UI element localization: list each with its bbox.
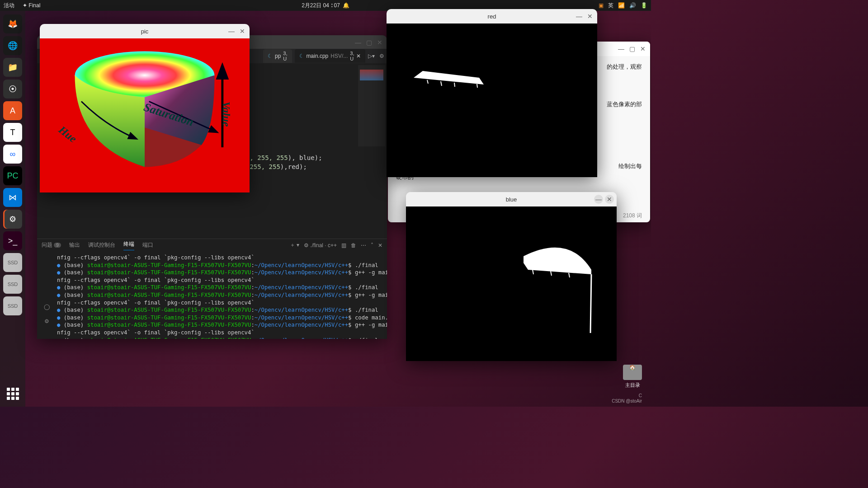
value-label: Value (220, 101, 232, 127)
blue-mask-window: blue —✕ (406, 192, 617, 361)
blue-mask-image (406, 206, 617, 361)
volume-icon[interactable]: 🔊 (629, 2, 636, 9)
minimize-icon[interactable]: — (575, 12, 584, 21)
dock-app-software[interactable]: A (3, 101, 22, 120)
chevron-up-icon[interactable]: ˄ (371, 242, 373, 249)
dock-app-files[interactable]: 📁 (3, 58, 22, 77)
split-terminal-icon[interactable]: ▥ (341, 242, 346, 249)
panel-tabs: 问题 9 输出 调试控制台 终端 端口 ＋ ▾ ⚙ ./final · c++ … (37, 239, 387, 251)
show-apps-button[interactable] (3, 384, 22, 403)
tab-pp[interactable]: ☾pp 3, U (263, 49, 292, 63)
dock-app-ssd3[interactable]: SSD (3, 296, 22, 315)
tray-icon[interactable]: ▣ (599, 2, 604, 9)
account-icon[interactable]: ◯ (44, 304, 50, 310)
kill-terminal-icon[interactable]: 🗑 (351, 242, 356, 249)
maximize-icon[interactable]: ▢ (364, 38, 373, 47)
red-mask-image (387, 23, 597, 177)
dock-app-text[interactable]: T (3, 123, 22, 142)
dock-app-edge[interactable]: 🌐 (3, 36, 22, 55)
dock-app-pycharm[interactable]: PC (3, 166, 22, 185)
run-icon[interactable]: ▷▾ (368, 53, 375, 59)
minimap[interactable] (358, 65, 385, 146)
dock-app-baidu[interactable]: ∞ (3, 145, 22, 164)
activities-button[interactable]: 活动 (4, 2, 14, 9)
terminal-task-label[interactable]: ⚙ ./final · c++ (304, 242, 337, 249)
folder-icon: 🏠 (623, 365, 642, 380)
pic-window: pic — ✕ (40, 24, 250, 192)
close-icon[interactable]: ✕ (238, 27, 247, 36)
dock-app-settings[interactable]: ⚙ (3, 210, 22, 229)
minimize-icon[interactable]: — (594, 195, 603, 204)
active-app-indicator[interactable]: ✦ Final (23, 2, 40, 9)
blue-titlebar[interactable]: blue —✕ (406, 192, 617, 206)
tab-debug-console[interactable]: 调试控制台 (88, 241, 115, 249)
close-tab-icon[interactable]: ✕ (356, 53, 361, 59)
terminal-output[interactable]: nfig --cflags opencv4` -o final `pkg-con… (37, 251, 387, 339)
minimize-icon[interactable]: — (617, 44, 626, 53)
bell-icon: 🔔 (343, 2, 349, 9)
gear-icon[interactable]: ⚙ (379, 53, 384, 59)
red-titlebar[interactable]: red —✕ (387, 9, 597, 23)
battery-icon[interactable]: 🔋 (641, 2, 647, 9)
desktop-folder-home[interactable]: 🏠 主目录 (623, 365, 642, 389)
dock-app-rhythmbox[interactable]: ⦿ (3, 80, 22, 99)
close-icon[interactable]: ✕ (375, 38, 384, 47)
window-title: red (488, 13, 496, 20)
red-mask-window: red —✕ (387, 9, 597, 177)
close-icon[interactable]: ✕ (605, 195, 614, 204)
maximize-icon[interactable]: ▢ (627, 44, 637, 53)
watermark: CCSDN @stoAir (612, 393, 642, 404)
visible-code: 0, 255, 255), blue); 255, 255),red); (246, 154, 322, 171)
dock-app-firefox[interactable]: 🦊 (3, 14, 22, 33)
tab-terminal[interactable]: 终端 (123, 240, 134, 250)
wifi-icon[interactable]: 📶 (618, 2, 625, 9)
tab-output[interactable]: 输出 (69, 241, 80, 249)
input-method[interactable]: 英 (608, 2, 613, 9)
activity-bar: ◯ ⚙ (39, 238, 54, 329)
dock-app-vscode[interactable]: ⋈ (3, 188, 22, 207)
word-count: 2108 词 (623, 212, 642, 220)
settings-icon[interactable]: ⚙ (44, 318, 49, 324)
pic-titlebar[interactable]: pic — ✕ (40, 24, 250, 38)
hsv-cylinder-diagram: Hue Saturation Value (53, 45, 236, 184)
tab-ports[interactable]: 端口 (142, 241, 153, 249)
new-terminal-icon[interactable]: ＋ ▾ (290, 241, 299, 249)
launcher-dock: 🦊🌐📁⦿AT∞PC⋈⚙>_SSDSSDSSD (0, 11, 25, 407)
minimize-icon[interactable]: — (227, 27, 236, 36)
dock-app-ssd2[interactable]: SSD (3, 275, 22, 294)
dock-app-terminal[interactable]: >_ (3, 231, 22, 250)
more-icon[interactable]: ⋯ (361, 242, 366, 249)
close-icon[interactable]: ✕ (638, 44, 647, 53)
window-title: pic (141, 28, 149, 35)
dock-app-ssd1[interactable]: SSD (3, 253, 22, 272)
window-title: blue (506, 196, 517, 203)
tab-main-cpp[interactable]: ☾main.cpp HSV/... 3, U ✕ (295, 49, 366, 63)
close-icon[interactable]: ✕ (585, 12, 594, 21)
close-panel-icon[interactable]: ✕ (378, 242, 382, 249)
pic-content: Hue Saturation Value (40, 38, 250, 192)
clock[interactable]: 2月22日 04 ∶ 07 🔔 (302, 2, 349, 9)
minimize-icon[interactable]: — (354, 38, 363, 47)
